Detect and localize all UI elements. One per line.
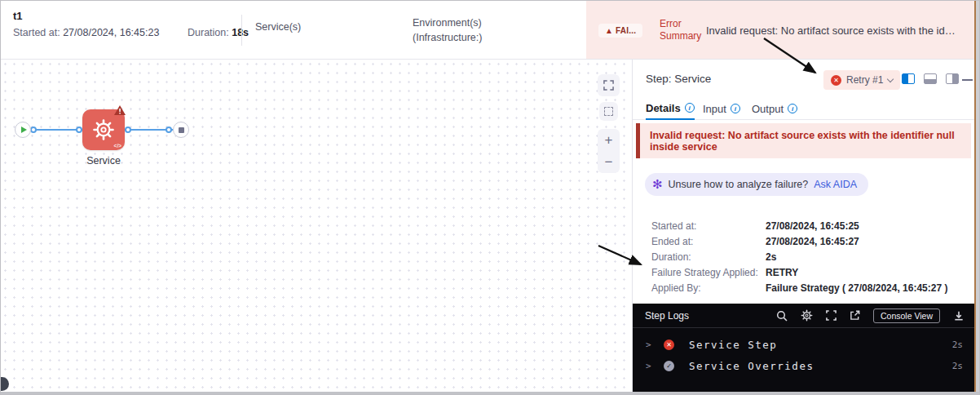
- tab-input[interactable]: Input i: [703, 97, 740, 120]
- failed-status-icon: ✕: [664, 340, 674, 350]
- detail-row: Applied By: Failure Strategy ( 27/08/202…: [651, 281, 966, 296]
- layout-right-icon[interactable]: [946, 73, 959, 84]
- app-window: t1 Started at: 27/08/2024, 16:45:23 Dura…: [0, 0, 980, 395]
- environments-label: Environment(s) (Infrastructure:): [413, 16, 482, 45]
- error-summary-text: Invalid request: No artifact source exis…: [706, 24, 956, 37]
- panel-tabs: Details i Input i Output i: [633, 97, 979, 120]
- end-node[interactable]: [173, 122, 189, 138]
- console-view-button[interactable]: Console View: [873, 308, 940, 323]
- edge-connector: [125, 126, 131, 133]
- canvas-fullscreen-button[interactable]: [598, 74, 620, 96]
- step-logs-header: Step Logs: [633, 304, 974, 328]
- expand-logs-button[interactable]: [826, 310, 837, 321]
- gear-icon: [92, 118, 115, 141]
- gear-icon: [801, 309, 813, 322]
- download-icon: [953, 310, 965, 322]
- header-divider: [241, 15, 242, 46]
- success-status-icon: ✓: [664, 361, 674, 371]
- log-row-service-overrides[interactable]: > ✓ Service Overrides 2s: [633, 355, 974, 376]
- duration: Duration: 18s: [188, 27, 249, 38]
- step-logs-title: Step Logs: [645, 310, 763, 322]
- status-badge: ▲FAI...: [598, 24, 642, 38]
- info-icon[interactable]: i: [731, 104, 740, 113]
- detail-row: Duration: 2s: [651, 249, 966, 264]
- log-duration: 2s: [952, 340, 963, 350]
- start-node[interactable]: [15, 122, 31, 138]
- zoom-in-button[interactable]: +: [598, 129, 620, 151]
- canvas-fit-view-button[interactable]: [599, 102, 618, 121]
- error-summary-strip: ▲FAI... Error Summary Invalid request: N…: [586, 1, 979, 59]
- info-icon[interactable]: i: [685, 103, 695, 113]
- chevron-down-icon: [887, 75, 894, 82]
- log-row-service-step[interactable]: > ✕ Service Step 2s: [633, 334, 974, 355]
- service-node-label: Service: [66, 155, 141, 166]
- layout-bottom-icon[interactable]: [924, 73, 937, 84]
- execution-header: t1 Started at: 27/08/2024, 16:45:23 Dura…: [1, 1, 979, 60]
- open-in-new-button[interactable]: [850, 310, 860, 321]
- detail-row: Started at: 27/08/2024, 16:45:25: [651, 218, 966, 233]
- external-link-icon: [850, 310, 860, 321]
- warning-icon: ▲: [605, 26, 613, 35]
- log-rows: > ✕ Service Step 2s > ✓ Service Override…: [633, 328, 974, 376]
- minimize-panel-button[interactable]: [962, 79, 973, 81]
- error-banner: Invalid request: No artifact source exis…: [636, 123, 971, 158]
- duration-value: 18s: [232, 27, 249, 38]
- stop-icon: [179, 127, 184, 133]
- chevron-right-icon[interactable]: >: [646, 361, 657, 371]
- pipeline-title: t1: [13, 10, 23, 22]
- pipeline-canvas[interactable]: </> Service + −: [1, 60, 632, 392]
- edge-connector: [76, 126, 82, 133]
- detail-row: Failure Strategy Applied: RETRY: [651, 265, 966, 281]
- services-label: Service(s): [255, 21, 301, 33]
- step-details-list: Started at: 27/08/2024, 16:45:25 Ended a…: [651, 218, 966, 296]
- failure-warning-icon: [113, 104, 126, 116]
- started-at-value: 27/08/2024, 16:45:23: [63, 27, 159, 38]
- service-step-node[interactable]: </>: [82, 109, 125, 150]
- fit-view-icon: [604, 107, 613, 116]
- failed-status-icon: ✕: [831, 75, 841, 86]
- fullscreen-icon: [603, 80, 614, 91]
- log-duration: 2s: [952, 361, 963, 371]
- layout-split-left-icon[interactable]: [902, 73, 915, 84]
- search-icon: [776, 310, 788, 322]
- ask-aida-link[interactable]: Ask AIDA: [814, 179, 857, 190]
- code-glyph: </>: [114, 143, 121, 149]
- tab-output[interactable]: Output i: [752, 97, 797, 120]
- panel-layout-toggles: [902, 73, 959, 84]
- play-icon: [21, 126, 27, 133]
- search-button[interactable]: [776, 310, 788, 322]
- step-panel-title: Step: Service: [646, 73, 711, 85]
- aida-suggestion-pill: ✻ Unsure how to analyze failure? Ask AID…: [645, 173, 868, 196]
- detail-row: Ended at: 27/08/2024, 16:45:27: [651, 233, 966, 249]
- expand-icon: [826, 310, 837, 321]
- info-icon[interactable]: i: [788, 104, 797, 113]
- retry-dropdown[interactable]: ✕ Retry #1: [823, 70, 900, 90]
- step-logs-panel: Step Logs: [633, 304, 974, 392]
- edge-connector: [30, 126, 37, 133]
- download-logs-button[interactable]: [953, 310, 965, 322]
- edge-connector: [166, 126, 172, 133]
- started-at: Started at: 27/08/2024, 16:45:23: [13, 27, 159, 38]
- tab-details[interactable]: Details i: [646, 97, 695, 120]
- chevron-right-icon[interactable]: >: [646, 340, 657, 350]
- edge-line: [30, 129, 82, 131]
- log-settings-button[interactable]: [801, 309, 813, 322]
- window-edge: [1, 392, 979, 394]
- error-summary-label: Error Summary: [660, 18, 710, 42]
- zoom-out-button[interactable]: −: [598, 151, 620, 173]
- window-edge: [976, 1, 980, 394]
- aida-flower-icon: ✻: [652, 177, 663, 192]
- canvas-zoom-controls: + −: [598, 129, 620, 173]
